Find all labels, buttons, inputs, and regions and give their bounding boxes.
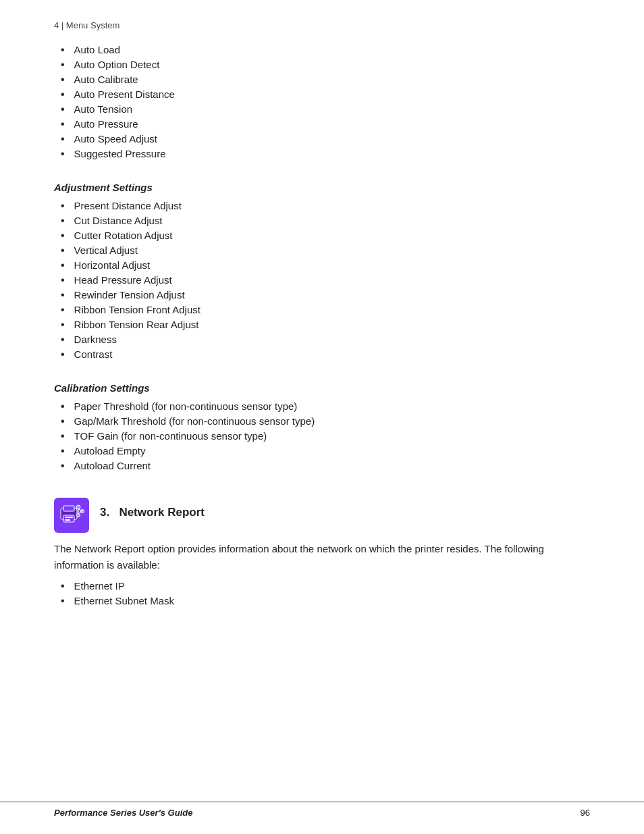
footer-right: 96 <box>581 808 590 818</box>
list-item: Ethernet Subnet Mask <box>54 595 590 607</box>
list-item: Ethernet IP <box>54 580 590 592</box>
auto-settings-list: Auto LoadAuto Option DetectAuto Calibrat… <box>54 44 590 163</box>
list-item: Head Pressure Adjust <box>54 274 590 286</box>
svg-rect-4 <box>65 519 70 521</box>
list-item: Autoload Empty <box>54 445 590 457</box>
list-item: Auto Speed Adjust <box>54 133 590 145</box>
footer-left: Performance Series User's Guide <box>54 808 192 818</box>
network-report-body: The Network Report option provides infor… <box>54 541 590 573</box>
list-item: Suggested Pressure <box>54 148 590 160</box>
list-item: Gap/Mark Threshold (for non-continuous s… <box>54 415 590 427</box>
network-report-icon <box>54 498 89 533</box>
list-item: Auto Calibrate <box>54 74 590 86</box>
list-item: Cut Distance Adjust <box>54 215 590 227</box>
list-item: Paper Threshold (for non-continuous sens… <box>54 400 590 413</box>
list-item: Ribbon Tension Rear Adjust <box>54 319 590 331</box>
list-item: Auto Pressure <box>54 118 590 130</box>
network-report-section: 3. Network Report <box>54 498 590 533</box>
list-item: Rewinder Tension Adjust <box>54 289 590 301</box>
svg-point-5 <box>76 505 80 509</box>
svg-rect-3 <box>65 517 73 518</box>
calibration-settings-heading: Calibration Settings <box>54 382 590 394</box>
breadcrumb: 4 | Menu System <box>54 20 590 30</box>
list-item: Vertical Adjust <box>54 244 590 257</box>
calibration-settings-list: Paper Threshold (for non-continuous sens… <box>54 400 590 475</box>
page-container: 4 | Menu System Auto LoadAuto Option Det… <box>0 0 644 834</box>
adjustment-settings-heading: Adjustment Settings <box>54 182 590 193</box>
network-report-title: 3. Network Report <box>100 498 205 519</box>
adjustment-settings-list: Present Distance AdjustCut Distance Adju… <box>54 200 590 363</box>
list-item: Auto Present Distance <box>54 88 590 101</box>
list-item: Auto Tension <box>54 103 590 115</box>
list-item: Darkness <box>54 334 590 346</box>
list-item: Contrast <box>54 348 590 361</box>
network-report-list: Ethernet IPEthernet Subnet Mask <box>54 580 590 610</box>
list-item: Auto Load <box>54 44 590 56</box>
list-item: TOF Gain (for non-continuous sensor type… <box>54 430 590 442</box>
network-report-number: 3. <box>100 506 109 519</box>
list-item: Ribbon Tension Front Adjust <box>54 304 590 316</box>
list-item: Present Distance Adjust <box>54 200 590 212</box>
footer: Performance Series User's Guide 96 <box>0 802 644 818</box>
list-item: Autoload Current <box>54 460 590 472</box>
svg-rect-1 <box>63 506 74 511</box>
list-item: Horizontal Adjust <box>54 259 590 271</box>
network-report-title-text: Network Report <box>119 506 205 519</box>
list-item: Auto Option Detect <box>54 59 590 71</box>
list-item: Cutter Rotation Adjust <box>54 230 590 242</box>
svg-point-7 <box>77 514 80 517</box>
svg-rect-2 <box>63 515 74 522</box>
